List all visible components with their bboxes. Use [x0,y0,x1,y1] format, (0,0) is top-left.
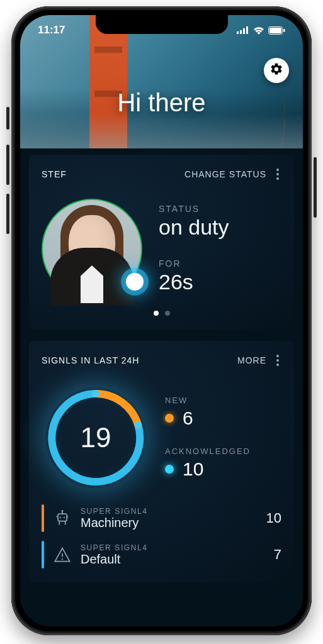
page-indicator[interactable] [42,311,281,316]
change-status-button[interactable]: CHANGE STATUS [184,169,266,179]
list-item-sub: SUPER SIGNL4 [81,507,255,516]
svg-rect-5 [269,28,281,33]
gear-icon [269,62,283,79]
presence-indicator [126,273,144,291]
ack-count: 10 [183,458,203,480]
more-button[interactable]: MORE [237,355,266,365]
status-value: on duty [159,215,281,240]
status-label: STATUS [159,204,281,214]
accent-bar [42,541,44,569]
list-item-count: 7 [264,547,281,563]
dashboard-body: STEF CHANGE STATUS [20,148,303,626]
signal-category-list: SUPER SIGNL4 Machinery 10 [42,504,281,569]
page-dot [165,311,170,316]
svg-rect-0 [237,31,239,34]
phone-side-button [6,107,9,130]
signals-gauge: 19 [42,384,150,492]
svg-point-18 [62,558,63,560]
for-label: FOR [159,258,281,269]
cellular-icon [237,26,249,34]
signals-total: 19 [42,384,150,492]
user-status-card[interactable]: STEF CHANGE STATUS [29,155,294,330]
avatar[interactable] [42,199,142,299]
phone-side-button [6,194,9,234]
page-dot [154,311,159,316]
robot-icon [53,509,72,528]
svg-rect-8 [58,514,67,521]
list-item-title: Machinery [81,516,255,530]
svg-rect-2 [243,28,245,34]
dot-icon [165,465,174,474]
list-item-sub: SUPER SIGNL4 [81,543,255,552]
list-item-count: 10 [264,510,281,526]
mist-decor [20,114,303,148]
more-dots-icon[interactable] [274,352,281,369]
svg-point-9 [60,517,61,518]
accent-bar [42,504,44,532]
wifi-icon [253,26,264,35]
hero-header: 11:17 Hi there [20,15,303,148]
user-name: STEF [42,169,67,179]
settings-button[interactable] [264,58,289,83]
phone-frame: 11:17 Hi there [11,6,312,635]
list-item[interactable]: SUPER SIGNL4 Default 7 [42,541,281,569]
new-label: NEW [165,396,251,405]
screen: 11:17 Hi there [20,15,303,626]
phone-side-button [314,157,317,218]
new-count: 6 [183,408,193,429]
svg-rect-1 [240,30,242,34]
more-dots-icon[interactable] [274,166,281,182]
signals-title: SIGNLS IN LAST 24H [42,355,139,365]
greeting: Hi there [20,89,303,117]
signals-card[interactable]: SIGNLS IN LAST 24H MORE 19 [29,341,294,582]
svg-rect-3 [246,26,248,34]
battery-icon [268,26,285,35]
list-item-title: Default [81,552,255,567]
for-value: 26s [159,270,281,294]
list-item[interactable]: SUPER SIGNL4 Machinery 10 [42,504,281,532]
warning-icon [53,545,72,564]
notch [96,15,228,34]
phone-side-button [6,145,9,185]
svg-rect-6 [283,29,285,32]
clock: 11:17 [38,24,65,36]
svg-point-12 [62,510,64,512]
ack-label: ACKNOWLEDGED [165,447,251,456]
dot-icon [165,414,174,423]
svg-point-10 [64,517,65,518]
